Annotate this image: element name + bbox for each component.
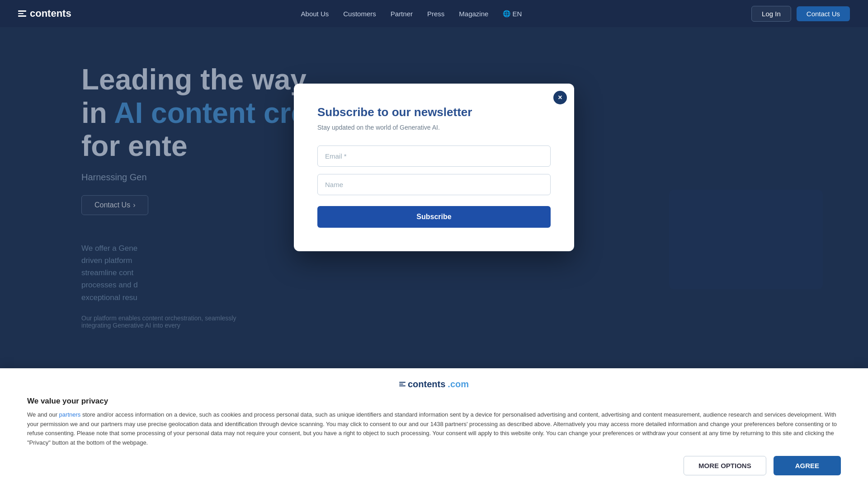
name-field-wrapper	[317, 174, 551, 195]
newsletter-modal: × Subscribe to our newsletter Stay updat…	[294, 84, 574, 251]
agree-button[interactable]: AGREE	[774, 456, 841, 475]
cookie-title: We value your privacy	[27, 397, 841, 406]
name-input[interactable]	[317, 174, 551, 195]
modal-close-button[interactable]: ×	[553, 91, 567, 104]
cookie-partners-link[interactable]: partners	[59, 411, 81, 418]
modal-overlay: × Subscribe to our newsletter Stay updat…	[0, 0, 868, 334]
modal-title: Subscribe to our newsletter	[317, 105, 551, 119]
cookie-text: We and our partners store and/or access …	[27, 410, 841, 448]
cookie-actions: MORE OPTIONS AGREE	[27, 456, 841, 475]
cookie-banner: contents.com We value your privacy We an…	[0, 368, 868, 488]
cookie-logo-text: contents	[408, 379, 445, 389]
more-options-button[interactable]: MORE OPTIONS	[684, 456, 766, 475]
email-input[interactable]	[317, 145, 551, 167]
cookie-logo-suffix: .com	[448, 379, 469, 389]
cookie-logo: contents.com	[27, 379, 841, 389]
modal-subtitle: Stay updated on the world of Generative …	[317, 124, 551, 131]
email-field-wrapper	[317, 145, 551, 167]
subscribe-button[interactable]: Subscribe	[317, 206, 551, 228]
